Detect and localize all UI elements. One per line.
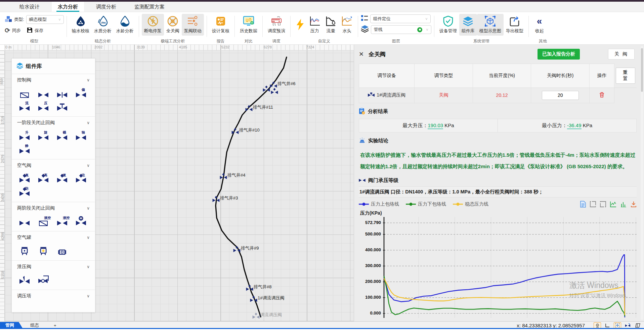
library-item[interactable]: 偏	[72, 87, 90, 100]
component-library-button[interactable]: 组件库	[459, 14, 477, 36]
close-all-valves-button[interactable]: 全关阀	[164, 14, 182, 36]
head-curve-button[interactable]: 水头	[339, 14, 355, 36]
legend-upper-envelope[interactable]: 压力上包络线	[359, 201, 399, 207]
library-item[interactable]: M	[72, 215, 90, 228]
component-locate-select[interactable]: 组件定位˅	[370, 14, 431, 23]
export-model-button[interactable]: 导出模型	[504, 14, 526, 36]
library-item[interactable]: 压	[34, 100, 53, 114]
legend-lower-envelope[interactable]: 压力下包络线	[406, 201, 446, 207]
tab-dispatch-analysis[interactable]: 调度分析	[90, 2, 122, 12]
panel-scrollbar-thumb[interactable]	[641, 48, 643, 92]
library-item[interactable]	[34, 87, 53, 100]
sync-button[interactable]: ⟳同步	[5, 27, 21, 34]
library-item[interactable]: 轴	[72, 130, 90, 143]
chart-legend: 压力上包络线 压力下包络线 稳态压力线	[359, 201, 637, 208]
map-valve-node[interactable]	[263, 85, 270, 94]
download-icon[interactable]	[631, 201, 637, 207]
library-section-header[interactable]: 调压塔∨	[12, 290, 95, 302]
library-section-header[interactable]: 空气阀∨	[12, 159, 95, 172]
flow-curve-button[interactable]: 流量	[323, 14, 339, 36]
map-valve-node[interactable]	[220, 173, 227, 181]
model-type-select[interactable]: 瞬态模型˅	[26, 15, 64, 24]
library-item[interactable]: 防	[15, 186, 34, 199]
map-valve-node[interactable]	[245, 105, 253, 113]
water-check-button[interactable]: 输水校核	[70, 14, 92, 36]
zoom-window-icon[interactable]	[590, 201, 596, 207]
map-valve-node[interactable]	[250, 296, 257, 304]
line-chart-icon[interactable]	[610, 201, 616, 207]
layer-visible-eye-icon[interactable]	[417, 27, 422, 32]
library-section-header[interactable]: 两阶段关闭止回阀∨	[12, 202, 95, 214]
panel-scrollbar[interactable]	[641, 46, 643, 320]
library-item[interactable]: 液控	[53, 215, 72, 228]
library-item[interactable]: 静	[15, 143, 34, 156]
water-quality-button[interactable]: PH 水质分析	[92, 14, 114, 36]
library-item[interactable]: 旋	[34, 130, 53, 143]
library-item[interactable]	[34, 244, 53, 258]
zoom-reset-icon[interactable]	[600, 201, 606, 207]
pipeline-layer-select[interactable]: 管线˅	[371, 25, 431, 34]
library-item[interactable]	[34, 273, 53, 287]
reset-button[interactable]: 重 置	[616, 68, 635, 84]
angle-tool-icon[interactable]	[604, 322, 611, 328]
design-review-button[interactable]: 设计复核	[210, 14, 232, 36]
valve-rating-title: 阀门承压等级	[359, 177, 637, 184]
map-valve-node[interactable]	[212, 196, 220, 204]
map-valve-node[interactable]	[231, 128, 239, 136]
collapse-button[interactable]: « 收起	[531, 14, 548, 36]
tab-hydraulic-analysis[interactable]: 水力分析	[52, 2, 84, 12]
chart-plot-area[interactable]: 激活 Windows 转到“设置”以激活 Windows。	[383, 217, 637, 318]
library-item[interactable]: 注	[72, 172, 90, 186]
delete-icon[interactable]	[599, 93, 604, 99]
library-section-header[interactable]: 空气罐∨	[12, 231, 95, 244]
close-icon[interactable]: ✕	[359, 50, 364, 58]
close-valve-button[interactable]: 关 阀	[608, 49, 635, 60]
library-item[interactable]: 流	[15, 100, 34, 114]
map-valve-node[interactable]	[246, 285, 253, 293]
bottom-tab-pipe-network[interactable]: 管网	[0, 322, 23, 329]
polygon-tool-icon[interactable]	[634, 322, 641, 328]
library-item[interactable]: 高	[34, 172, 53, 186]
library-item[interactable]: 升	[15, 130, 34, 143]
report-view-icon[interactable]	[580, 201, 586, 208]
library-item[interactable]	[15, 87, 34, 100]
library-item[interactable]: 蝶	[53, 130, 72, 143]
power-off-pump-button[interactable]: 断电停泵	[142, 14, 164, 36]
map-valve-node[interactable]	[233, 246, 241, 254]
map-valve-node[interactable]	[252, 313, 260, 321]
library-item[interactable]	[15, 273, 34, 287]
crosshair-tool-icon[interactable]	[614, 322, 621, 328]
library-item[interactable]: 复	[53, 172, 72, 186]
history-data-button[interactable]: 历史数据	[238, 14, 260, 36]
dispatch-rehearsal-button[interactable]: 调度预演	[265, 14, 288, 36]
library-item[interactable]	[15, 244, 34, 258]
device-manage-button[interactable]: 设备管理	[437, 14, 459, 36]
library-item[interactable]	[53, 100, 72, 114]
library-section-header[interactable]: 泄压阀∨	[12, 261, 95, 273]
legend-steady-line[interactable]: 稳态压力线	[453, 201, 488, 207]
library-section-header[interactable]: 一阶段关闭止回阀∨	[12, 117, 95, 129]
tab-water-supply-design[interactable]: 给水设计	[13, 2, 46, 12]
valve-edit-tool-icon[interactable]	[624, 322, 631, 328]
model-diagram-button[interactable]: 模型示意图	[477, 14, 504, 36]
save-button[interactable]: 保存	[27, 27, 43, 34]
bottom-tab-add[interactable]: +	[46, 322, 64, 329]
library-item[interactable]	[53, 244, 72, 258]
library-section-header[interactable]: 控制阀∨	[12, 74, 95, 86]
library-item[interactable]	[53, 87, 72, 100]
close-duration-input[interactable]	[542, 91, 579, 100]
pressure-curve-button[interactable]: 压力	[307, 14, 323, 36]
map-valve-node[interactable]	[271, 88, 278, 96]
library-item[interactable]	[15, 215, 34, 228]
added-to-report-button[interactable]: 已加入报告分析	[538, 49, 580, 60]
pump-valve-linkage-button[interactable]: 泵阀联动	[182, 14, 204, 36]
locate-tool-icon[interactable]	[594, 322, 601, 328]
bottom-tab-configuration[interactable]: 组态	[23, 322, 46, 329]
bar-chart-icon[interactable]	[620, 201, 627, 207]
tab-monitor-config[interactable]: 监测配置方案	[128, 2, 171, 12]
lightning-button[interactable]	[293, 14, 307, 34]
pipeline-path[interactable]	[216, 57, 287, 317]
water-age-button[interactable]: 水龄分析	[114, 14, 136, 36]
library-item[interactable]: 液控	[34, 215, 53, 228]
library-item[interactable]: 真	[15, 172, 34, 186]
